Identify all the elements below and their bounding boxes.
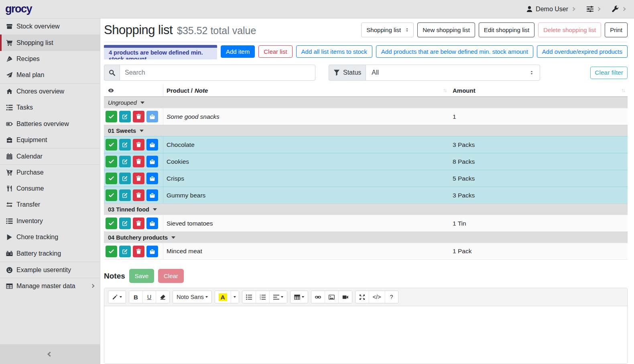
new-shopping-list-button[interactable]: New shopping list [417, 22, 475, 37]
sidebar-item-transfer[interactable]: Transfer [0, 197, 100, 213]
edit-button[interactable] [119, 189, 131, 201]
product-column-header[interactable]: Product / Note ↑↓ [163, 84, 449, 96]
group-header-butchery-products[interactable]: 04 Butchery products [104, 232, 628, 243]
edit-shopping-list-button[interactable]: Edit shopping list [479, 22, 534, 37]
edit-button[interactable] [119, 139, 131, 150]
font-family-button[interactable]: Noto Sans [173, 291, 211, 303]
font-color-dropdown-button[interactable] [231, 291, 239, 303]
purchase-button[interactable] [146, 189, 158, 201]
unordered-list-button[interactable] [242, 291, 256, 303]
insert-link-button[interactable] [311, 291, 325, 303]
sidebar-item-calendar[interactable]: Calendar [0, 148, 100, 164]
filter-funnel-icon [333, 69, 340, 76]
delete-button[interactable] [133, 111, 144, 122]
sidebar-item-chore-tracking[interactable]: Chore tracking [0, 229, 100, 245]
purchase-button[interactable] [146, 139, 158, 150]
sidebar-item-shopping-list[interactable]: Shopping list [0, 35, 100, 51]
search-input[interactable] [120, 65, 315, 81]
add-all-to-stock-button[interactable]: Add all list items to stock [296, 45, 372, 58]
edit-button[interactable] [119, 218, 131, 229]
sidebar-item-meal-plan[interactable]: Meal plan [0, 67, 100, 83]
amount-column-header[interactable]: Amount ↑↓ [449, 84, 628, 96]
shopping-list-select[interactable]: Shopping list [361, 22, 414, 37]
delete-shopping-list-button[interactable]: Delete shopping list [538, 22, 601, 37]
sort-icon[interactable]: ↑↓ [621, 87, 624, 93]
delete-button[interactable] [133, 218, 144, 229]
print-button[interactable]: Print [605, 22, 628, 37]
sidebar-item-tasks[interactable]: Tasks [0, 100, 100, 116]
sidebar-item-purchase[interactable]: Purchase [0, 165, 100, 181]
add-item-button[interactable]: Add item [221, 45, 255, 58]
delete-button[interactable] [133, 139, 144, 150]
group-header-ungrouped[interactable]: Ungrouped [104, 97, 628, 108]
clear-notes-button[interactable]: Clear [158, 269, 184, 283]
utensils-icon [6, 185, 13, 192]
trash-icon [136, 248, 142, 254]
check-icon [108, 142, 114, 148]
delete-button[interactable] [133, 156, 144, 167]
eye-icon[interactable] [108, 87, 114, 94]
help-button[interactable]: ? [385, 291, 398, 303]
delete-button[interactable] [133, 173, 144, 184]
style-button[interactable] [108, 291, 126, 303]
save-notes-button[interactable]: Save [129, 269, 154, 283]
user-menu[interactable]: Demo User [526, 6, 575, 13]
settings-menu[interactable] [587, 6, 600, 12]
sidebar-item-inventory[interactable]: Inventory [0, 213, 100, 229]
done-button[interactable] [106, 139, 117, 150]
sidebar-item-recipes[interactable]: Recipes [0, 51, 100, 67]
font-color-button[interactable]: A [215, 291, 231, 303]
edit-button[interactable] [119, 173, 131, 184]
admin-menu[interactable] [612, 6, 625, 12]
tasks-icon [6, 104, 13, 111]
sidebar-item-chores-overview[interactable]: Chores overview [0, 83, 100, 100]
table-row: Gummy bears 3 Packs [104, 187, 628, 203]
sidebar-item-consume[interactable]: Consume [0, 181, 100, 197]
done-button[interactable] [106, 189, 117, 201]
purchase-button[interactable] [146, 156, 158, 167]
sidebar-item-stock-overview[interactable]: Stock overview [0, 18, 100, 35]
purchase-button[interactable] [146, 173, 158, 184]
sidebar-item-example-userentity[interactable]: Example userentity [0, 262, 100, 278]
edit-button[interactable] [119, 156, 131, 167]
fullscreen-button[interactable] [356, 291, 369, 303]
sort-icon[interactable]: ↑↓ [443, 87, 446, 93]
add-below-min-stock-button[interactable]: Add products that are below defined min.… [376, 45, 533, 58]
caret-down-icon [205, 296, 208, 298]
purchase-button[interactable] [146, 246, 158, 257]
edit-button[interactable] [119, 111, 131, 122]
ordered-list-button[interactable] [256, 291, 269, 303]
status-select[interactable]: All [366, 65, 540, 81]
notes-editing-area[interactable] [104, 306, 627, 364]
done-button[interactable] [106, 111, 117, 122]
purchase-button[interactable] [146, 218, 158, 229]
clear-filter-button[interactable]: Clear filter [590, 67, 628, 79]
done-button[interactable] [106, 173, 117, 184]
sidebar-item-battery-tracking[interactable]: Battery tracking [0, 245, 100, 261]
sidebar-collapse-button[interactable] [0, 344, 100, 364]
insert-image-button[interactable] [325, 291, 338, 303]
done-button[interactable] [106, 218, 117, 229]
delete-button[interactable] [133, 189, 144, 201]
add-overdue-button[interactable]: Add overdue/expired products [537, 45, 628, 58]
sidebar-item-manage-master-data[interactable]: Manage master data [0, 278, 100, 294]
sidebar-item-equipment[interactable]: Equipment [0, 132, 100, 148]
sidebar-item-batteries-overview[interactable]: Batteries overview [0, 116, 100, 132]
insert-table-button[interactable] [291, 291, 308, 303]
group-header-tinned-food[interactable]: 03 Tinned food [104, 203, 628, 215]
underline-button[interactable]: U [142, 291, 156, 303]
bold-button[interactable]: B [129, 291, 142, 303]
paragraph-align-button[interactable] [269, 291, 287, 303]
purchase-button[interactable] [146, 111, 158, 122]
code-view-button[interactable]: </> [369, 291, 385, 303]
clear-formatting-button[interactable] [156, 291, 169, 303]
insert-video-button[interactable] [338, 291, 352, 303]
done-button[interactable] [106, 246, 117, 257]
done-button[interactable] [106, 156, 117, 167]
edit-button[interactable] [119, 246, 131, 257]
exchange-icon [6, 201, 13, 208]
clear-list-button[interactable]: Clear list [258, 45, 292, 58]
chevron-right-icon [91, 284, 95, 288]
delete-button[interactable] [133, 246, 144, 257]
group-header-sweets[interactable]: 01 Sweets [104, 125, 628, 136]
